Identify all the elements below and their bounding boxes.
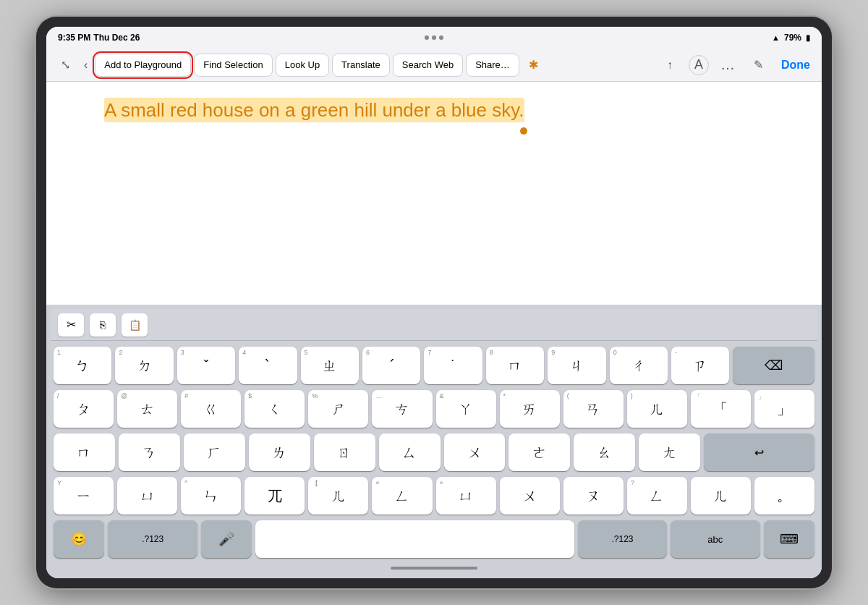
key-bpmf-yu[interactable]: ㄩ [117,477,177,515]
toolbar-left: ⤡ ‹ Add to Playground Find Selection Loo… [54,54,657,77]
key-bpmf-e[interactable]: ㄜ [509,433,570,471]
battery-label: 79% [784,33,801,43]
bluetooth-icon: ✱ [522,54,545,77]
key-bpmf-zh[interactable]: 5ㄓ [301,347,359,384]
done-button[interactable]: Done [777,59,814,72]
dot2 [432,35,436,40]
key-bpmf-er2[interactable]: ㄦ [691,477,751,515]
key-bpmf-ou2[interactable]: ㄡ [563,477,624,515]
time-display: 9:35 PM [58,33,90,43]
key-bpmf-u2[interactable]: ㄨ [500,477,560,515]
volume-up-button[interactable] [33,111,36,132]
key-bpmf-b[interactable]: 1ㄅ [54,347,111,384]
copy-icon: ⎘ [100,319,106,331]
toolbar-right: ↑ A … ✎ Done [658,54,814,77]
key-bpmf-p[interactable]: /ㄆ [54,390,114,428]
key-bpmf-z[interactable]: -ㄗ [671,347,729,384]
mic-key[interactable]: 🎤 [201,520,252,558]
key-bpmf-ang[interactable]: ㄤ [639,433,700,471]
keyboard-bottom-row: 😊 .?123 🎤 .?123 abc ⌨ [54,520,814,558]
dot1 [425,35,429,40]
key-bpmf-ch[interactable]: 0ㄔ [610,347,668,384]
keyboard-row-3: ㄇ ㄋ ㄏ ㄌ ㄖ ㄙ ㄨ ㄜ ㄠ ㄤ ↩ [54,433,814,471]
delete-key[interactable]: ⌫ [733,347,814,384]
ipad-screen: 9:35 PM Thu Dec 26 ▲ 79% ▮ ⤡ ‹ Add to Pl… [46,27,822,578]
look-up-button[interactable]: Look Up [276,54,329,77]
key-bpmf-eng[interactable]: «ㄥ [372,477,432,515]
key-bracket-open[interactable]: 「「 [691,390,751,428]
space-key[interactable] [255,520,574,558]
key-bpmf-m[interactable]: 8ㄇ [486,347,544,384]
key-bpmf-m2[interactable]: ㄇ [54,433,115,471]
key-bpmf-l[interactable]: ㄌ [249,433,310,471]
key-bpmf-t[interactable]: @ㄊ [117,390,177,428]
sym-key-2[interactable]: .?123 [578,520,667,558]
volume-down-button[interactable] [33,140,36,161]
keyboard: 1ㄅ 2ㄉ 3ˇ 4ˋ 5ㄓ 6ˊ 7˙ 8ㄇ 9ㄐ 0ㄔ -ㄗ ⌫ /ㄆ @ㄊ [51,341,817,561]
translate-button[interactable]: Translate [332,54,390,77]
key-bpmf-i[interactable]: Yㄧ [54,477,114,515]
key-bpmf-ao[interactable]: ㄠ [574,433,635,471]
key-bpmf-ng[interactable]: ㄫ [244,477,305,515]
key-tone4[interactable]: 4ˋ [239,347,297,384]
editor-area[interactable]: A small red house on a green hill under … [46,82,822,305]
status-left: 9:35 PM Thu Dec 26 [58,33,140,43]
key-tone2[interactable]: 6ˊ [362,347,420,384]
search-web-button[interactable]: Search Web [393,54,463,77]
author-circle-icon[interactable]: A [689,55,709,75]
find-selection-button[interactable]: Find Selection [194,54,272,77]
dot3 [439,35,443,40]
paste-button[interactable]: 📋 [122,313,148,337]
ipad-frame: 9:35 PM Thu Dec 26 ▲ 79% ▮ ⤡ ‹ Add to Pl… [36,17,832,588]
key-bracket-close[interactable]: 」」 [754,390,814,428]
keyboard-toolbar: ✂ ⎘ 📋 [51,309,817,341]
keyboard-area: ✂ ⎘ 📋 1ㄅ 2ㄉ 3ˇ 4ˋ 5ㄓ 6ˊ [46,305,822,578]
more-options-icon[interactable]: … [716,54,739,77]
key-bpmf-an[interactable]: (ㄢ [563,390,624,428]
cut-button[interactable]: ✂ [58,313,84,337]
key-tone3[interactable]: 3ˇ [177,347,235,384]
home-indicator [51,561,817,575]
sym-key-1[interactable]: .?123 [108,520,197,558]
key-bpmf-ai[interactable]: *ㄞ [500,390,560,428]
keyboard-switch-key[interactable]: ⌨ [764,520,814,558]
key-bpmf-n[interactable]: ㄋ [119,433,180,471]
abc-key[interactable]: abc [671,520,760,558]
key-period[interactable]: 。 [754,477,814,515]
key-bpmf-en[interactable]: ^ㄣ [181,477,241,515]
key-bpmf-a[interactable]: &ㄚ [436,390,496,428]
key-bpmf-ou[interactable]: 【ㄦ [308,477,368,515]
edit-icon[interactable]: ✎ [746,54,770,77]
key-bpmf-ts[interactable]: …ㄘ [372,390,432,428]
key-bpmf-g[interactable]: #ㄍ [181,390,241,428]
status-right: ▲ 79% ▮ [772,33,810,43]
emoji-key[interactable]: 😊 [54,520,104,558]
key-bpmf-er[interactable]: )ㄦ [627,390,687,428]
key-bpmf-yu2[interactable]: »ㄩ [436,477,496,515]
back-button[interactable]: ‹ [80,56,92,75]
key-bpmf-u[interactable]: ㄨ [444,433,506,471]
return-key[interactable]: ↩ [704,433,814,471]
status-center [425,35,443,40]
copy-button[interactable]: ⎘ [90,313,116,337]
share-icon[interactable]: ↑ [658,54,681,77]
key-bpmf-q[interactable]: $ㄑ [244,390,305,428]
collapse-icon[interactable]: ⤡ [54,54,77,77]
add-to-playground-button[interactable]: Add to Playground [95,54,191,77]
home-bar [391,567,477,570]
keyboard-row-1: 1ㄅ 2ㄉ 3ˇ 4ˋ 5ㄓ 6ˊ 7˙ 8ㄇ 9ㄐ 0ㄔ -ㄗ ⌫ [54,347,814,384]
key-bpmf-sh[interactable]: %ㄕ [308,390,368,428]
key-tone5[interactable]: 7˙ [424,347,482,384]
key-bpmf-eng2[interactable]: ?ㄥ [627,477,687,515]
key-bpmf-d[interactable]: 2ㄉ [115,347,173,384]
key-bpmf-s[interactable]: ㄙ [379,433,441,471]
cut-icon: ✂ [67,318,76,331]
key-bpmf-r[interactable]: ㄖ [314,433,375,471]
date-display: Thu Dec 26 [93,33,140,43]
side-button[interactable] [33,161,36,190]
wifi-icon: ▲ [772,33,780,42]
key-bpmf-j[interactable]: 9ㄐ [548,347,605,384]
key-bpmf-h[interactable]: ㄏ [184,433,245,471]
share-button[interactable]: Share… [466,54,519,77]
keyboard-row-4: Yㄧ ㄩ ^ㄣ ㄫ 【ㄦ «ㄥ »ㄩ ㄨ ㄡ ?ㄥ ㄦ 。 [54,477,814,515]
